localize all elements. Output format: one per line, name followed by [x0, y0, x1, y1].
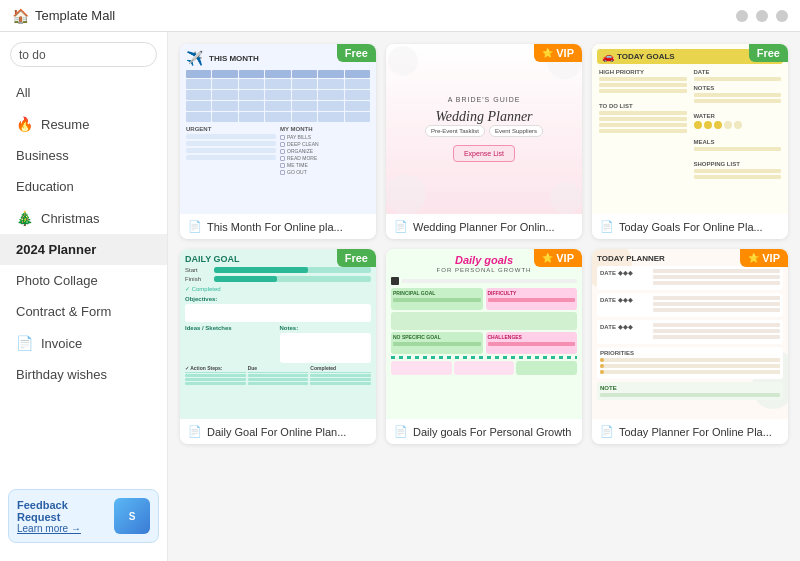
vip-star-icon-6: ⭐: [748, 253, 759, 263]
sidebar-label-christmas: Christmas: [41, 211, 100, 226]
card-footer-this-month: 📄 This Month For Online pla...: [180, 214, 376, 239]
card3-preview: 🚗 TODAY GOALS HIGH PRIORITY TO DO LIST: [592, 44, 788, 214]
sidebar-label-2024planner: 2024 Planner: [16, 242, 96, 257]
doc-icon-6: 📄: [600, 425, 614, 438]
template-card-today-goals[interactable]: Free 🚗 TODAY GOALS HIGH PRIORITY: [592, 44, 788, 239]
card-image-daily-goal: Free DAILY GOAL Start Finish ✓ Completed…: [180, 249, 376, 419]
minimize-button[interactable]: [736, 10, 748, 22]
titlebar-left: 🏠 Template Mall: [12, 8, 115, 24]
vip-star-icon: ⭐: [542, 48, 553, 58]
card-footer-daily-goals-vip: 📄 Daily goals For Personal Growth: [386, 419, 582, 444]
feedback-content: Feedback Request Learn more →: [17, 499, 108, 534]
christmas-icon: 🎄: [16, 210, 33, 226]
card-image-this-month: Free ✈️ THIS MONTH U: [180, 44, 376, 214]
close-button[interactable]: [776, 10, 788, 22]
app-title: Template Mall: [35, 8, 115, 23]
badge-vip-6: ⭐ VIP: [740, 249, 788, 267]
feedback-image: S: [114, 498, 150, 534]
card-image-daily-goals-vip: ⭐ VIP Daily goals FOR PERSONAL GROWTH PR…: [386, 249, 582, 419]
doc-icon-3: 📄: [600, 220, 614, 233]
doc-icon-4: 📄: [188, 425, 202, 438]
card-title-today-goals: Today Goals For Online Pla...: [619, 221, 763, 233]
card-image-wedding: ⭐ VIP A BRIDE'S GUIDE Wedding Planner Pr…: [386, 44, 582, 214]
app-body: 🔍 All 🔥 Resume Business Education 🎄 Chri…: [0, 32, 800, 561]
feedback-img-text: S: [129, 511, 136, 522]
sidebar-item-all[interactable]: All: [0, 77, 167, 108]
sidebar-item-business[interactable]: Business: [0, 140, 167, 171]
sidebar-item-photocollage[interactable]: Photo Collage: [0, 265, 167, 296]
card1-preview: ✈️ THIS MONTH URGENT: [180, 44, 376, 214]
sidebar-label-education: Education: [16, 179, 74, 194]
card-image-today-planner-vip: ⭐ VIP TODAY PLANNER DATE ◆◆◆: [592, 249, 788, 419]
template-card-this-month[interactable]: Free ✈️ THIS MONTH U: [180, 44, 376, 239]
card5-preview: Daily goals FOR PERSONAL GROWTH PRINCIPA…: [386, 249, 582, 419]
sidebar-item-invoice[interactable]: 📄 Invoice: [0, 327, 167, 359]
badge-free-1: Free: [337, 44, 376, 62]
badge-free-4: Free: [337, 249, 376, 267]
vip-star-icon-5: ⭐: [542, 253, 553, 263]
card-footer-today-goals: 📄 Today Goals For Online Pla...: [592, 214, 788, 239]
card2-preview: A BRIDE'S GUIDE Wedding Planner Pre-Even…: [386, 44, 582, 214]
sidebar-item-birthday[interactable]: Birthday wishes: [0, 359, 167, 390]
badge-vip-2: ⭐ VIP: [534, 44, 582, 62]
sidebar-item-2024planner[interactable]: 2024 Planner: [0, 234, 167, 265]
sidebar-item-christmas[interactable]: 🎄 Christmas: [0, 202, 167, 234]
sidebar-label-invoice: Invoice: [41, 336, 82, 351]
sidebar-item-education[interactable]: Education: [0, 171, 167, 202]
feedback-box[interactable]: Feedback Request Learn more → S: [8, 489, 159, 543]
card-footer-today-planner-vip: 📄 Today Planner For Online Pla...: [592, 419, 788, 444]
invoice-icon: 📄: [16, 335, 33, 351]
home-icon: 🏠: [12, 8, 29, 24]
feedback-title: Feedback Request: [17, 499, 108, 523]
sidebar-item-contract[interactable]: Contract & Form: [0, 296, 167, 327]
sidebar-label-photocollage: Photo Collage: [16, 273, 98, 288]
sidebar-label-business: Business: [16, 148, 69, 163]
doc-icon-5: 📄: [394, 425, 408, 438]
card-title-daily-goal: Daily Goal For Online Plan...: [207, 426, 346, 438]
card-image-today-goals: Free 🚗 TODAY GOALS HIGH PRIORITY: [592, 44, 788, 214]
template-card-today-planner-vip[interactable]: ⭐ VIP TODAY PLANNER DATE ◆◆◆: [592, 249, 788, 444]
card4-preview: DAILY GOAL Start Finish ✓ Completed Obje…: [180, 249, 376, 419]
search-box[interactable]: 🔍: [10, 42, 157, 67]
search-input[interactable]: [19, 48, 168, 62]
sidebar-label-all: All: [16, 85, 30, 100]
fire-icon: 🔥: [16, 116, 33, 132]
template-card-daily-goals-vip[interactable]: ⭐ VIP Daily goals FOR PERSONAL GROWTH PR…: [386, 249, 582, 444]
doc-icon-2: 📄: [394, 220, 408, 233]
card-title-daily-goals-vip: Daily goals For Personal Growth: [413, 426, 571, 438]
card-title-this-month: This Month For Online pla...: [207, 221, 343, 233]
window-controls[interactable]: [736, 10, 788, 22]
sidebar-label-resume: Resume: [41, 117, 89, 132]
doc-icon-1: 📄: [188, 220, 202, 233]
template-card-daily-goal[interactable]: Free DAILY GOAL Start Finish ✓ Completed…: [180, 249, 376, 444]
template-grid: Free ✈️ THIS MONTH U: [168, 32, 800, 561]
badge-free-3: Free: [749, 44, 788, 62]
sidebar-label-contract: Contract & Form: [16, 304, 111, 319]
card-title-wedding: Wedding Planner For Onlin...: [413, 221, 555, 233]
template-card-wedding[interactable]: ⭐ VIP A BRIDE'S GUIDE Wedding Planner Pr…: [386, 44, 582, 239]
card-title-today-planner-vip: Today Planner For Online Pla...: [619, 426, 772, 438]
sidebar-item-resume[interactable]: 🔥 Resume: [0, 108, 167, 140]
card6-preview: TODAY PLANNER DATE ◆◆◆ DATE ◆◆◆: [592, 249, 788, 419]
titlebar: 🏠 Template Mall: [0, 0, 800, 32]
card-footer-daily-goal: 📄 Daily Goal For Online Plan...: [180, 419, 376, 444]
card-footer-wedding: 📄 Wedding Planner For Onlin...: [386, 214, 582, 239]
maximize-button[interactable]: [756, 10, 768, 22]
feedback-link[interactable]: Learn more →: [17, 523, 108, 534]
sidebar-nav: All 🔥 Resume Business Education 🎄 Christ…: [0, 77, 167, 481]
sidebar-label-birthday: Birthday wishes: [16, 367, 107, 382]
badge-vip-5: ⭐ VIP: [534, 249, 582, 267]
sidebar: 🔍 All 🔥 Resume Business Education 🎄 Chri…: [0, 32, 168, 561]
